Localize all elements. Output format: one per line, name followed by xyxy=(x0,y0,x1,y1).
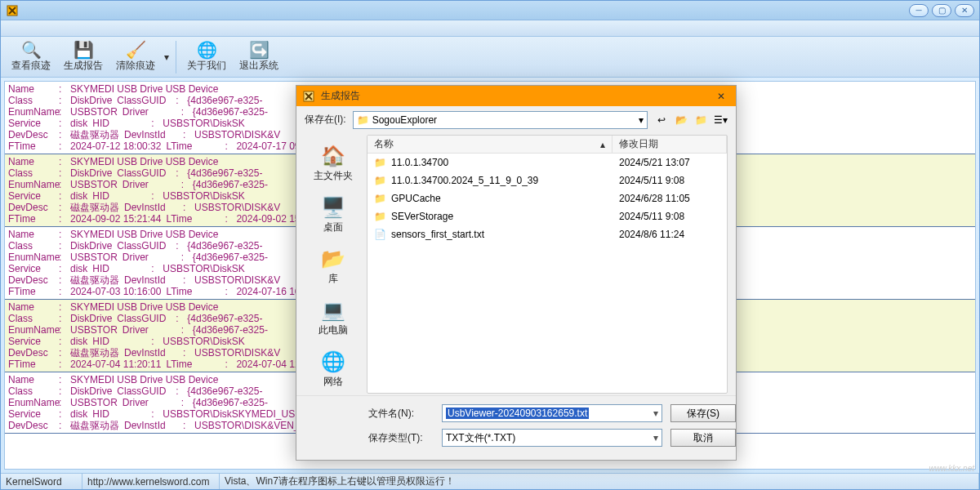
file-icon: 📄 xyxy=(374,229,386,240)
save-button[interactable]: 保存(S) xyxy=(670,404,736,422)
globe-icon: 🌐 xyxy=(197,41,217,59)
sort-up-icon: ▴ xyxy=(600,139,605,150)
up-level-button[interactable]: 📂 xyxy=(674,113,688,127)
minimize-button[interactable]: ─ xyxy=(909,4,929,17)
place-home[interactable]: 🏠 主文件夹 xyxy=(305,138,362,188)
dialog-body: 🏠 主文件夹 🖥️ 桌面 📂 库 💻 此电脑 🌐 网络 xyxy=(296,133,736,395)
col-date[interactable]: 修改日期 xyxy=(612,136,727,153)
close-button[interactable]: ✕ xyxy=(955,4,974,17)
watermark: www.kkx.net xyxy=(929,464,974,473)
exit-icon: ↪️ xyxy=(249,41,270,59)
file-date: 2024/5/11 9:08 xyxy=(612,175,727,186)
place-library[interactable]: 📂 库 xyxy=(305,241,362,291)
chevron-down-icon: ▾ xyxy=(639,114,644,126)
file-row[interactable]: 📁11.0.1.34700.2024_5_11_9_0_392024/5/11 … xyxy=(368,172,727,189)
network-icon: 🌐 xyxy=(320,349,346,375)
toolbar-separator xyxy=(176,41,176,74)
file-date: 2024/5/11 9:08 xyxy=(612,211,727,222)
filename-label: 文件名(N): xyxy=(368,407,434,421)
thispc-icon: 💻 xyxy=(320,297,346,323)
file-name: GPUCache xyxy=(391,193,441,204)
view-trace-label: 查看痕迹 xyxy=(11,59,51,73)
folder-icon: 📁 xyxy=(374,157,386,168)
folder-icon: 📁 xyxy=(374,193,386,204)
toolbar: 🔍 查看痕迹 💾 生成报告 🧹 清除痕迹 ▾ 🌐 关于我们 ↪️ 退出系统 xyxy=(1,37,979,78)
library-icon: 📂 xyxy=(320,246,346,272)
exit-label: 退出系统 xyxy=(239,59,278,73)
file-row[interactable]: 📁GPUCache2024/6/28 11:05 xyxy=(368,189,727,207)
save-icon: 💾 xyxy=(74,41,94,59)
file-row[interactable]: 📁11.0.1.347002024/5/21 13:07 xyxy=(368,154,727,172)
filetype-label: 保存类型(T): xyxy=(368,431,434,445)
col-name[interactable]: 名称 ▴ xyxy=(368,136,612,153)
cancel-button[interactable]: 取消 xyxy=(670,429,736,447)
file-name: SEVerStorage xyxy=(391,211,453,222)
new-folder-button[interactable]: 📁 xyxy=(693,113,708,127)
folder-icon: 📁 xyxy=(374,175,386,186)
folder-icon: 📁 xyxy=(374,211,386,222)
file-browser: 名称 ▴ 修改日期 📁11.0.1.347002024/5/21 13:07📁1… xyxy=(367,135,728,394)
about-button[interactable]: 🌐 关于我们 xyxy=(181,38,232,76)
exit-button[interactable]: ↪️ 退出系统 xyxy=(234,38,284,76)
file-name: sensors_first_start.txt xyxy=(391,229,484,240)
clear-trace-dropdown[interactable]: ▾ xyxy=(163,38,171,76)
status-msg: Vista、Win7请在程序图标上右键以管理员权限运行！ xyxy=(220,474,979,489)
menubar xyxy=(1,20,979,37)
file-name: 11.0.1.34700 xyxy=(391,157,448,168)
clear-trace-label: 清除痕迹 xyxy=(116,59,155,73)
view-trace-button[interactable]: 🔍 查看痕迹 xyxy=(6,38,56,76)
status-left: KernelSword xyxy=(1,474,82,489)
home-icon: 🏠 xyxy=(320,143,346,169)
filetype-select[interactable]: TXT文件(*.TXT) ▾ xyxy=(442,429,662,447)
status-url[interactable]: http://www.kernelsword.com xyxy=(82,474,220,489)
place-thispc[interactable]: 💻 此电脑 xyxy=(305,292,362,342)
dialog-toolbar: 保存在(I): 📁 SogouExplorer ▾ ↩ 📂 📁 ☰▾ xyxy=(296,106,736,133)
dialog-icon xyxy=(303,90,316,103)
magnifier-icon: 🔍 xyxy=(21,41,42,59)
file-date: 2024/6/28 11:05 xyxy=(612,193,727,204)
save-dialog: 生成报告 ✕ 保存在(I): 📁 SogouExplorer ▾ ↩ 📂 📁 ☰… xyxy=(296,85,737,461)
file-row[interactable]: 📁SEVerStorage2024/5/11 9:08 xyxy=(368,207,727,225)
location-value: SogouExplorer xyxy=(372,114,437,126)
place-network[interactable]: 🌐 网络 xyxy=(305,344,362,394)
file-date: 2024/8/6 11:24 xyxy=(612,229,727,240)
chevron-down-icon: ▾ xyxy=(653,432,658,443)
dialog-title: 生成报告 xyxy=(321,89,713,103)
clear-trace-button[interactable]: 🧹 清除痕迹 xyxy=(110,38,161,76)
app-icon xyxy=(6,4,19,17)
dialog-close-button[interactable]: ✕ xyxy=(713,88,729,105)
file-row[interactable]: 📄sensors_first_start.txt2024/8/6 11:24 xyxy=(368,225,727,243)
gen-report-label: 生成报告 xyxy=(64,59,103,73)
place-desktop[interactable]: 🖥️ 桌面 xyxy=(305,189,362,239)
file-header: 名称 ▴ 修改日期 xyxy=(368,136,727,154)
folder-icon: 📁 xyxy=(357,114,369,126)
file-date: 2024/5/21 13:07 xyxy=(612,157,727,168)
file-list: 📁11.0.1.347002024/5/21 13:07📁11.0.1.3470… xyxy=(368,154,727,393)
dialog-bottom: 文件名(N): UsbViewer-20240903162659.txt ▾ 保… xyxy=(296,395,736,460)
places-bar: 🏠 主文件夹 🖥️ 桌面 📂 库 💻 此电脑 🌐 网络 xyxy=(305,135,362,394)
save-in-label: 保存在(I): xyxy=(305,113,346,127)
dialog-titlebar: 生成报告 ✕ xyxy=(296,86,736,106)
gen-report-button[interactable]: 💾 生成报告 xyxy=(58,38,109,76)
filename-input[interactable]: UsbViewer-20240903162659.txt ▾ xyxy=(442,404,662,422)
about-label: 关于我们 xyxy=(187,59,226,73)
chevron-down-icon: ▾ xyxy=(653,408,658,419)
titlebar: ─ ▢ ✕ xyxy=(1,1,979,20)
up-folder-button[interactable]: ↩ xyxy=(654,113,669,127)
location-combo[interactable]: 📁 SogouExplorer ▾ xyxy=(353,111,648,129)
broom-icon: 🧹 xyxy=(126,41,146,59)
desktop-icon: 🖥️ xyxy=(320,194,346,220)
view-menu-button[interactable]: ☰▾ xyxy=(713,113,728,127)
file-name: 11.0.1.34700.2024_5_11_9_0_39 xyxy=(391,175,538,186)
statusbar: KernelSword http://www.kernelsword.com V… xyxy=(1,473,979,489)
maximize-button[interactable]: ▢ xyxy=(932,4,951,17)
